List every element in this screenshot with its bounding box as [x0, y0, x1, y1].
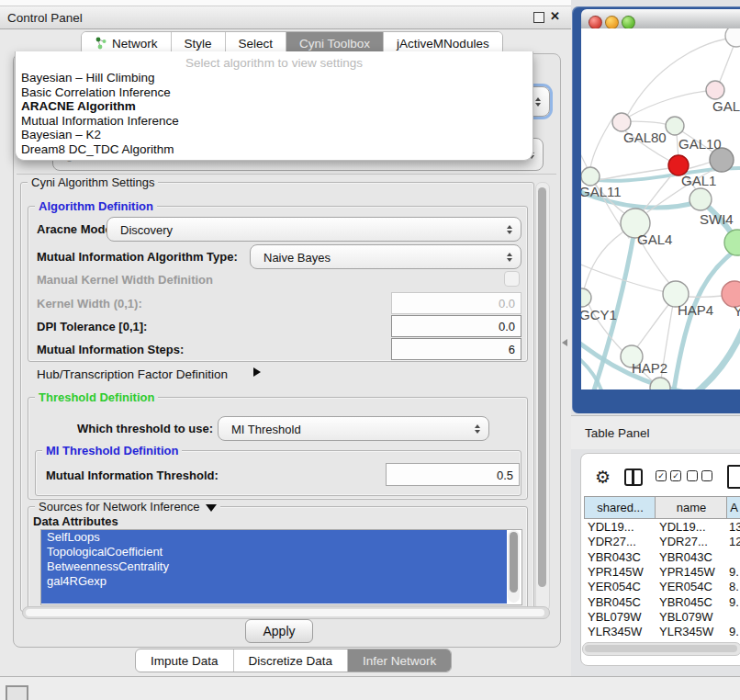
dropdown-item[interactable]: Mutual Information Inference [21, 114, 179, 129]
mi-type-combo[interactable]: Naive Bayes [250, 244, 521, 269]
network-edge[interactable] [584, 232, 622, 289]
aracne-mode-combo[interactable]: Discovery [107, 217, 521, 242]
network-node[interactable] [724, 230, 740, 255]
attribute-list-item[interactable]: SelfLoops [41, 530, 507, 545]
network-edge[interactable] [590, 116, 614, 168]
table-header-partial[interactable]: A [726, 496, 740, 519]
network-node[interactable] [650, 378, 670, 390]
deselect-checkbox-icon[interactable] [687, 470, 698, 481]
table-cell[interactable]: YBR045C [659, 595, 725, 609]
collapse-arrow-icon[interactable] [206, 504, 217, 512]
settings-hscrollbar[interactable] [22, 606, 550, 619]
table-cell[interactable]: YDR27... [659, 535, 725, 548]
network-edge[interactable] [636, 301, 671, 348]
manual-kernel-checkbox[interactable] [504, 271, 520, 287]
table-cell[interactable]: 8. [729, 580, 740, 593]
tab-jactivemnodules-label: jActiveMNodules [397, 37, 489, 51]
network-edge[interactable] [673, 249, 737, 390]
close-icon[interactable]: ✕ [550, 9, 560, 23]
table-cell[interactable]: 12 [729, 535, 740, 548]
table-hscrollbar-thumb[interactable] [585, 645, 737, 652]
data-attributes-list[interactable]: SelfLoopsTopologicalCoefficientBetweenne… [40, 529, 522, 605]
mi-steps-value: 6 [509, 343, 515, 356]
table-header-partial-label: A [730, 501, 738, 514]
tab-discretize-data[interactable]: Discretize Data [234, 649, 349, 672]
document-icon[interactable] [727, 465, 740, 489]
tab-infer-network[interactable]: Infer Network [348, 649, 451, 672]
table-cell[interactable]: YBR043C [659, 550, 725, 564]
network-node-gal80[interactable] [612, 113, 631, 131]
which-threshold-combo[interactable]: MI Threshold [218, 416, 489, 441]
table-cell[interactable]: YDR27... [588, 535, 652, 548]
dropdown-item[interactable]: Dream8 DC_TDC Algorithm [21, 142, 179, 157]
table-cell[interactable]: YLR345W [588, 625, 652, 638]
settings-scrollbar-thumb[interactable] [538, 187, 546, 587]
apply-button[interactable]: Apply [245, 619, 313, 643]
table-header-shared-name[interactable]: shared... [584, 496, 656, 519]
minimize-traffic-light-icon[interactable] [605, 16, 619, 29]
panel-collapse-arrow[interactable] [562, 339, 567, 346]
table-hscrollbar[interactable] [582, 642, 740, 656]
table-cell[interactable]: 9. [729, 625, 740, 638]
attribute-list-item-partial[interactable] [41, 589, 507, 604]
network-canvas[interactable]: GALGAL80GAL10GAL1GAL11SWI4GAL4HAP4YGCY1H… [581, 28, 740, 390]
table-cell[interactable]: YLR345W [659, 625, 725, 638]
table-header-name[interactable]: name [655, 496, 727, 519]
network-node-gal10[interactable] [666, 117, 684, 135]
dropdown-item[interactable]: Bayesian – K2 [21, 128, 179, 142]
network-edge[interactable] [719, 43, 734, 84]
table-header-name-label: name [677, 501, 707, 514]
attribute-list-item[interactable]: gal4RGexp [41, 574, 507, 589]
mi-steps-field[interactable]: 6 [391, 338, 521, 360]
network-icon [95, 37, 107, 50]
kernel-width-field[interactable]: 0.0 [391, 292, 521, 314]
attributes-scrollbar[interactable] [508, 530, 520, 603]
table-cell[interactable]: YPR145W [588, 565, 652, 579]
dropdown-item[interactable]: Basic Correlation Inference [21, 85, 179, 100]
network-node-swi4[interactable] [690, 188, 712, 210]
bottom-left-handle[interactable] [6, 685, 28, 700]
table-cell[interactable]: YBR043C [588, 550, 652, 564]
network-edge[interactable] [689, 296, 723, 297]
gear-icon[interactable]: ⚙ [595, 467, 611, 488]
attribute-list-item[interactable]: TopologicalCoefficient [41, 545, 507, 559]
table-cell[interactable]: YDL19... [659, 520, 725, 534]
deselect-checkbox-icon-2[interactable] [701, 470, 712, 481]
dpi-tolerance-field[interactable]: 0.0 [391, 315, 521, 337]
settings-scrollbar[interactable] [535, 182, 550, 612]
expand-arrow-icon[interactable] [253, 367, 261, 377]
table-cell[interactable]: YDL19... [588, 520, 652, 534]
dropdown-item[interactable]: ARACNE Algorithm [21, 99, 179, 114]
close-traffic-light-icon[interactable] [589, 16, 602, 29]
tab-impute-data-label: Impute Data [151, 654, 219, 668]
network-view-titlebar[interactable] [581, 9, 740, 29]
network-node-gal11[interactable] [581, 167, 600, 186]
network-node-gal[interactable] [706, 81, 724, 99]
network-edge[interactable] [687, 162, 712, 169]
table-cell[interactable]: YPR145W [659, 565, 725, 579]
table-cell[interactable]: YER054C [588, 580, 652, 593]
network-node-gcy1[interactable] [581, 288, 591, 307]
dropdown-item[interactable]: Bayesian – Hill Climbing [21, 71, 179, 85]
attribute-list-item[interactable]: BetweennessCentrality [41, 559, 507, 574]
column-selector-icon[interactable] [624, 469, 643, 486]
table-cell[interactable]: YBL079W [588, 610, 652, 624]
float-window-icon[interactable] [533, 12, 544, 23]
tab-impute-data[interactable]: Impute Data [136, 649, 234, 672]
tab-select-label: Select [239, 37, 274, 51]
zoom-traffic-light-icon[interactable] [622, 16, 635, 29]
table-cell[interactable]: YBR045C [588, 595, 652, 609]
network-edge[interactable] [690, 330, 740, 390]
table-cell[interactable]: 13 [729, 520, 740, 534]
mi-threshold-field[interactable]: 0.5 [386, 463, 520, 486]
table-cell[interactable]: YBL079W [659, 610, 725, 624]
select-all-checkbox-icon-2[interactable]: ✓ [670, 470, 681, 481]
table-cell[interactable]: 9. [729, 595, 740, 609]
select-all-checkbox-icon[interactable]: ✓ [656, 470, 667, 481]
table-cell[interactable]: YER054C [659, 580, 725, 593]
table-cell[interactable]: 9. [729, 565, 740, 579]
node-label: GCY1 [581, 307, 617, 322]
settings-hscrollbar-thumb[interactable] [26, 609, 544, 616]
network-node[interactable] [725, 28, 740, 47]
attributes-scrollbar-thumb[interactable] [510, 532, 518, 593]
